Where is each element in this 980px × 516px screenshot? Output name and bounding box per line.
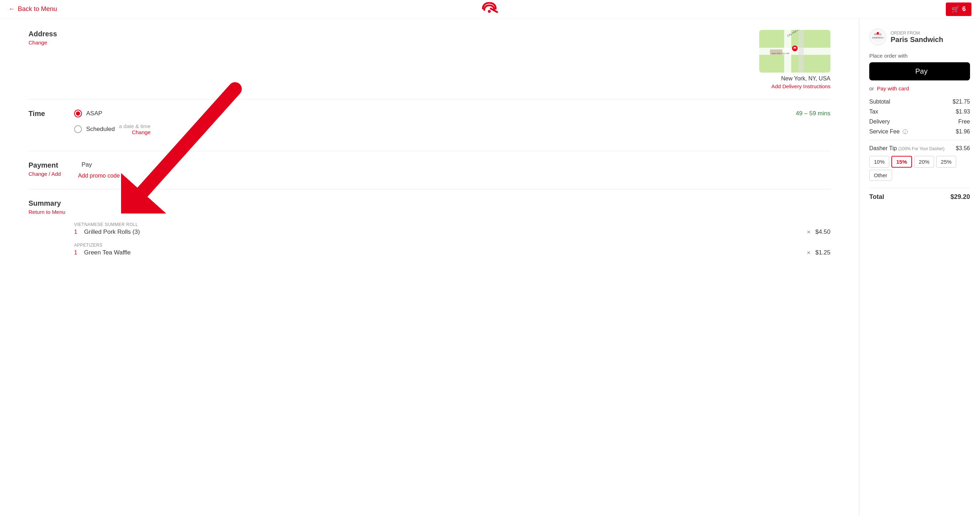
tip-option-20[interactable]: 20% bbox=[914, 156, 934, 168]
item-price-2: $1.25 bbox=[815, 249, 830, 256]
restaurant-info: ORDER FROM Paris Sandwich bbox=[891, 30, 943, 44]
tip-option-10[interactable]: 10% bbox=[869, 156, 889, 168]
dasher-tip-row: Dasher Tip (100% For Your Dasher) $3.56 bbox=[869, 145, 970, 152]
dasher-tip-value: $3.56 bbox=[956, 145, 970, 152]
tax-row: Tax $1.93 bbox=[869, 108, 970, 115]
add-promo-link[interactable]: Add promo code bbox=[78, 173, 120, 179]
service-fee-row: Service Fee i $1.96 bbox=[869, 129, 970, 135]
svg-rect-6 bbox=[799, 30, 804, 73]
asap-label: ASAP bbox=[86, 110, 102, 117]
scheduled-label: Scheduled bbox=[86, 125, 115, 133]
scheduled-radio[interactable] bbox=[74, 125, 82, 133]
place-order-label: Place order with bbox=[869, 53, 970, 59]
asap-option[interactable]: ASAP 49 – 59 mins bbox=[74, 110, 830, 117]
or-label: or bbox=[869, 86, 874, 92]
item-row-2: 1 Green Tea Waffle ✕ $1.25 bbox=[74, 249, 830, 256]
total-label: Total bbox=[869, 193, 884, 201]
time-title: Time bbox=[29, 110, 57, 118]
address-title: Address bbox=[29, 30, 57, 38]
schedule-right: a date & time Change bbox=[119, 123, 150, 135]
add-delivery-instructions-link[interactable]: Add Delivery Instructions bbox=[759, 83, 830, 89]
cart-count: 6 bbox=[962, 5, 966, 13]
map-thumbnail: City Hall Park Path New York City Hall bbox=[759, 30, 830, 73]
return-to-menu-link[interactable]: Return to Menu bbox=[29, 209, 65, 215]
item-category-1: VIETNAMESE SUMMER ROLL bbox=[74, 222, 830, 227]
tip-option-15[interactable]: 15% bbox=[891, 156, 912, 168]
subtotal-label: Subtotal bbox=[869, 98, 890, 105]
schedule-change-link[interactable]: Change bbox=[119, 129, 150, 135]
header: ← Back to Menu 🛒 6 bbox=[0, 0, 980, 19]
item-category-2: APPETIZERS bbox=[74, 243, 830, 248]
item-row-1: 1 Grilled Pork Rolls (3) ✕ $4.50 bbox=[74, 229, 830, 236]
tax-label: Tax bbox=[869, 108, 878, 115]
schedule-date-placeholder: a date & time bbox=[119, 123, 150, 129]
address-change-link[interactable]: Change bbox=[29, 40, 57, 46]
delivery-label: Delivery bbox=[869, 119, 890, 125]
summary-title: Summary bbox=[29, 199, 65, 208]
restaurant-name: Paris Sandwich bbox=[891, 36, 943, 44]
payment-method: Pay bbox=[78, 161, 120, 168]
item-qty-1: 1 bbox=[74, 229, 80, 235]
or-pay-row: or Pay with card bbox=[869, 86, 970, 92]
dasher-tip-label: Dasher Tip bbox=[869, 145, 897, 151]
dasher-tip-sub: (100% For Your Dasher) bbox=[899, 146, 944, 151]
item-name-1: Grilled Pork Rolls (3) bbox=[84, 229, 802, 236]
left-panel: Address Change City Hall Park Path bbox=[0, 19, 859, 516]
apple-pay-button[interactable]: Pay bbox=[869, 62, 970, 81]
cart-button[interactable]: 🛒 6 bbox=[946, 3, 972, 16]
tip-option-Other[interactable]: Other bbox=[869, 170, 892, 181]
item-price-1: $4.50 bbox=[815, 229, 830, 236]
divider bbox=[869, 140, 970, 140]
payment-title: Payment bbox=[29, 161, 61, 169]
summary-header: Summary Return to Menu bbox=[29, 199, 830, 215]
svg-text:New York City Hall: New York City Hall bbox=[772, 52, 789, 54]
svg-point-17 bbox=[877, 32, 879, 34]
dasher-tip-label-col: Dasher Tip (100% For Your Dasher) bbox=[869, 145, 944, 152]
tax-value: $1.93 bbox=[956, 108, 970, 115]
order-items-list: VIETNAMESE SUMMER ROLL 1 Grilled Pork Ro… bbox=[29, 222, 830, 256]
radio-selected-indicator bbox=[76, 111, 80, 116]
back-label: Back to Menu bbox=[18, 5, 57, 13]
delivery-row: Delivery Free bbox=[869, 119, 970, 125]
scheduled-option[interactable]: Scheduled a date & time Change bbox=[74, 123, 830, 135]
right-panel: PARIS SANDWICH ORDER FROM Paris Sandwich… bbox=[859, 19, 980, 516]
address-info: Address Change bbox=[29, 30, 57, 46]
service-fee-info-icon[interactable]: i bbox=[903, 129, 908, 134]
time-estimate: 49 – 59 mins bbox=[796, 110, 830, 117]
subtotal-row: Subtotal $21.75 bbox=[869, 98, 970, 105]
service-fee-value: $1.96 bbox=[956, 129, 970, 135]
order-from-label: ORDER FROM bbox=[891, 30, 943, 36]
item-name-2: Green Tea Waffle bbox=[84, 249, 802, 256]
item-qty-2: 1 bbox=[74, 249, 80, 256]
arrow-left-icon: ← bbox=[8, 5, 15, 13]
payment-section: Payment Change / Add Pay Add promo code bbox=[29, 161, 830, 189]
summary-section: Summary Return to Menu VIETNAMESE SUMMER… bbox=[29, 199, 830, 273]
payment-change-link[interactable]: Change / Add bbox=[29, 171, 61, 177]
cart-icon: 🛒 bbox=[951, 5, 959, 13]
service-fee-label: Service Fee i bbox=[869, 129, 908, 135]
back-to-menu-button[interactable]: ← Back to Menu bbox=[8, 5, 57, 13]
tip-options: 10%15%20%25%Other bbox=[869, 156, 970, 181]
item-remove-1[interactable]: ✕ bbox=[807, 229, 811, 235]
subtotal-value: $21.75 bbox=[953, 98, 970, 105]
address-city: New York, NY, USA bbox=[759, 75, 830, 82]
payment-label-col: Payment Change / Add bbox=[29, 161, 61, 177]
item-remove-2[interactable]: ✕ bbox=[807, 250, 811, 256]
delivery-value: Free bbox=[958, 119, 970, 125]
asap-radio[interactable] bbox=[74, 110, 82, 117]
summary-label-col: Summary Return to Menu bbox=[29, 199, 65, 215]
main-layout: Address Change City Hall Park Path bbox=[0, 19, 980, 516]
total-row: Total $29.20 bbox=[869, 193, 970, 201]
svg-text:SANDWICH: SANDWICH bbox=[872, 37, 884, 39]
address-section: Address Change City Hall Park Path bbox=[29, 30, 830, 100]
svg-point-0 bbox=[488, 10, 491, 13]
time-section: Time ASAP 49 – 59 mins Scheduled a date … bbox=[29, 110, 830, 151]
payment-details: Pay Add promo code bbox=[78, 161, 120, 179]
time-options: ASAP 49 – 59 mins Scheduled a date & tim… bbox=[74, 110, 830, 141]
order-from-header: PARIS SANDWICH ORDER FROM Paris Sandwich bbox=[869, 29, 970, 46]
pay-with-card-link[interactable]: Pay with card bbox=[877, 86, 909, 92]
address-right: City Hall Park Path New York City Hall N… bbox=[759, 30, 830, 89]
tip-option-25[interactable]: 25% bbox=[936, 156, 956, 168]
doordash-logo bbox=[479, 2, 501, 16]
order-item-1: VIETNAMESE SUMMER ROLL 1 Grilled Pork Ro… bbox=[29, 222, 830, 236]
